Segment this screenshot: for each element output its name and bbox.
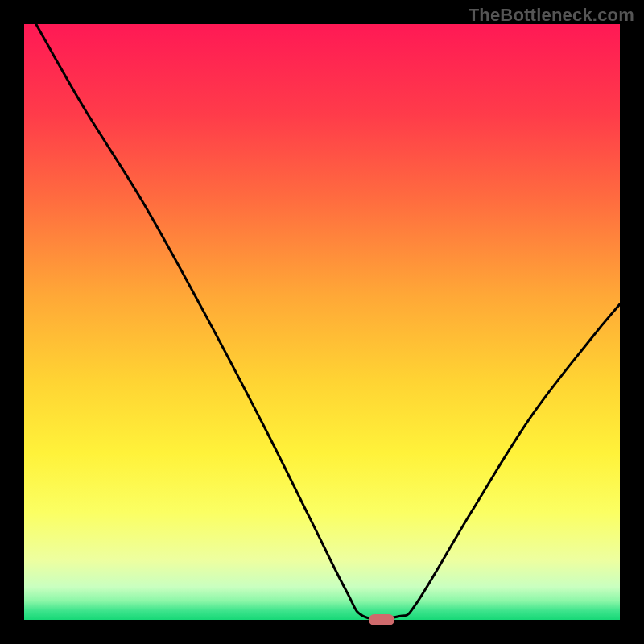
chart-frame: TheBottleneck.com xyxy=(0,0,644,644)
plot-area xyxy=(24,24,620,620)
optimal-point-marker xyxy=(369,614,394,625)
watermark-text: TheBottleneck.com xyxy=(469,5,634,26)
bottleneck-curve xyxy=(24,24,620,620)
